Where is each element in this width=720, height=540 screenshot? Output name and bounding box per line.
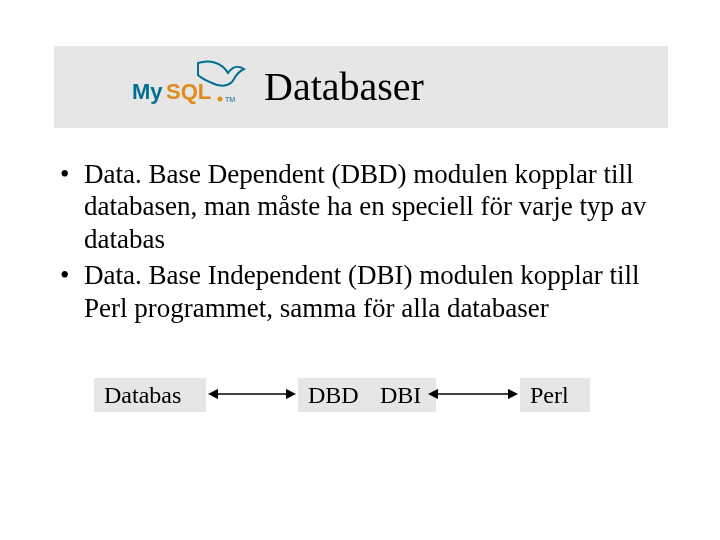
bullet-item: Data. Base Dependent (DBD) modulen koppl… [60, 158, 660, 255]
mysql-logo-icon: My SQL TM [128, 57, 248, 117]
bullet-text: Data. Base Independent (DBI) modulen kop… [84, 260, 640, 322]
bullet-item: Data. Base Independent (DBI) modulen kop… [60, 259, 660, 324]
bullet-text: Data. Base Dependent (DBD) modulen koppl… [84, 159, 646, 254]
diagram-arrows-icon [94, 374, 634, 424]
slide-title: Databaser [258, 65, 424, 109]
svg-point-2 [218, 97, 223, 102]
svg-text:My: My [132, 79, 163, 104]
architecture-diagram: Databas DBD DBI Perl [94, 374, 634, 424]
slide-body: Data. Base Dependent (DBD) modulen koppl… [60, 158, 660, 328]
title-bar: My SQL TM Databaser [54, 46, 668, 128]
bullet-list: Data. Base Dependent (DBD) modulen koppl… [60, 158, 660, 324]
svg-text:TM: TM [225, 96, 235, 103]
slide: My SQL TM Databaser Data. Base Dependent… [0, 0, 720, 540]
svg-text:SQL: SQL [166, 79, 211, 104]
